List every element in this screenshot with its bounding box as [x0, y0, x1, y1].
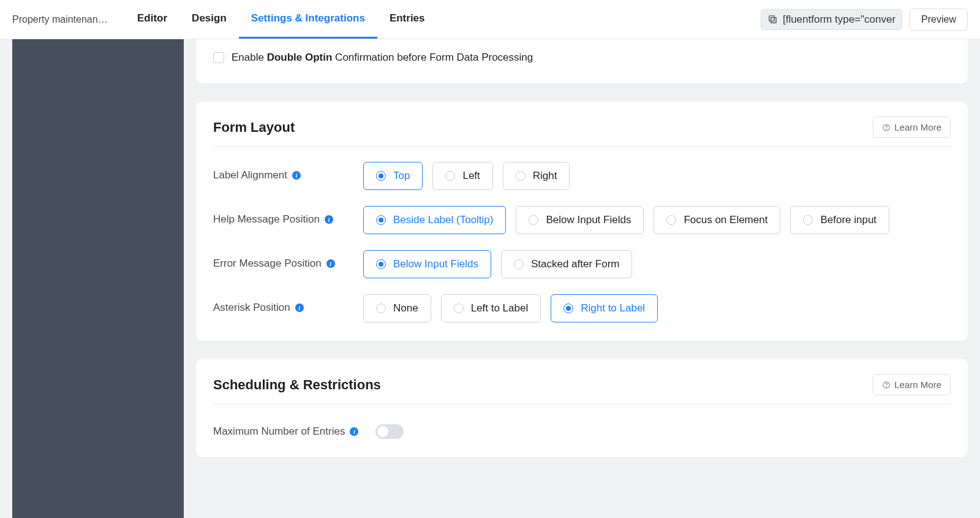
radio-option-label: Below Input Fields — [546, 214, 631, 226]
radio-option-label: None — [393, 302, 418, 314]
max-entries-toggle[interactable] — [375, 424, 404, 439]
body: Enable Double Optin Confirmation before … — [0, 39, 980, 518]
options-wrap: TopLeftRight — [363, 162, 951, 190]
scheduling-card: Scheduling & Restrictions Learn More Max… — [196, 359, 968, 457]
setting-label-text: Help Message Position — [213, 213, 320, 226]
radio-indicator-icon — [666, 215, 676, 225]
radio-option-label: Right to Label — [581, 302, 645, 314]
radio-indicator-icon — [454, 303, 464, 313]
tab-settings-integrations[interactable]: Settings & Integrations — [239, 0, 377, 39]
double-optin-row[interactable]: Enable Double Optin Confirmation before … — [213, 51, 951, 64]
radio-option[interactable]: Top — [363, 162, 423, 190]
radio-indicator-icon — [376, 171, 386, 181]
radio-option[interactable]: Right — [503, 162, 570, 190]
setting-label: Label Alignmenti — [213, 162, 363, 181]
radio-option[interactable]: Below Input Fields — [516, 206, 644, 234]
setting-label: Asterisk Positioni — [213, 294, 363, 314]
radio-option-label: Right — [533, 170, 557, 182]
radio-option-label: Before input — [820, 214, 876, 226]
form-layout-title: Form Layout — [213, 120, 295, 135]
radio-indicator-icon — [516, 171, 526, 181]
topbar: Property maintenan… Editor Design Settin… — [0, 0, 980, 39]
svg-rect-0 — [771, 18, 777, 23]
max-entries-row: Maximum Number of Entries i — [213, 419, 951, 439]
radio-option-label: Below Input Fields — [393, 258, 478, 270]
double-optin-label: Enable Double Optin Confirmation before … — [232, 51, 533, 64]
max-entries-label: Maximum Number of Entries i — [213, 425, 363, 438]
learn-more-label: Learn More — [894, 379, 941, 390]
setting-label-text: Asterisk Position — [213, 302, 290, 314]
radio-indicator-icon — [376, 215, 386, 225]
radio-option[interactable]: None — [363, 294, 431, 322]
tab-editor[interactable]: Editor — [125, 0, 179, 39]
options-wrap: NoneLeft to LabelRight to Label — [363, 294, 951, 322]
copy-icon — [767, 14, 778, 25]
setting-row: Error Message PositioniBelow Input Field… — [213, 250, 951, 278]
info-icon[interactable]: i — [326, 259, 335, 268]
scheduling-header: Scheduling & Restrictions Learn More — [213, 374, 951, 405]
svg-rect-1 — [769, 16, 775, 21]
double-optin-label-bold: Double Optin — [267, 51, 333, 63]
setting-label: Error Message Positioni — [213, 250, 363, 270]
radio-option[interactable]: Focus on Element — [654, 206, 780, 234]
form-title: Property maintenan… — [12, 14, 116, 25]
setting-label-text: Label Alignment — [213, 169, 287, 181]
help-icon — [882, 381, 891, 389]
setting-row: Help Message PositioniBeside Label (Tool… — [213, 206, 951, 234]
radio-indicator-icon — [529, 215, 538, 225]
radio-option-label: Left — [462, 170, 480, 182]
options-wrap: Beside Label (Tooltip)Below Input Fields… — [363, 206, 951, 234]
svg-point-5 — [886, 386, 887, 387]
radio-indicator-icon — [376, 303, 386, 313]
form-layout-card: Form Layout Learn More Label AlignmentiT… — [196, 102, 968, 341]
radio-option-label: Focus on Element — [684, 214, 767, 226]
radio-indicator-icon — [803, 215, 813, 225]
info-icon[interactable]: i — [295, 303, 304, 312]
preview-button[interactable]: Preview — [910, 9, 968, 31]
setting-label: Help Message Positioni — [213, 206, 363, 226]
help-icon — [882, 123, 891, 132]
radio-option-label: Top — [393, 170, 410, 182]
info-icon[interactable]: i — [350, 427, 358, 436]
info-icon[interactable]: i — [325, 215, 333, 224]
tabs: Editor Design Settings & Integrations En… — [125, 0, 437, 39]
radio-option-label: Beside Label (Tooltip) — [393, 214, 493, 226]
form-layout-learn-more-button[interactable]: Learn More — [873, 116, 951, 138]
sidebar — [12, 39, 184, 518]
setting-label-text: Error Message Position — [213, 257, 322, 270]
radio-indicator-icon — [514, 259, 524, 269]
form-layout-header: Form Layout Learn More — [213, 116, 951, 147]
radio-indicator-icon — [564, 303, 573, 313]
shortcode-text: [fluentform type="conver — [783, 13, 895, 26]
setting-row: Asterisk PositioniNoneLeft to LabelRight… — [213, 294, 951, 322]
shortcode-box[interactable]: [fluentform type="conver — [761, 9, 902, 30]
learn-more-label: Learn More — [894, 122, 941, 132]
tab-design[interactable]: Design — [179, 0, 239, 39]
radio-option[interactable]: Before input — [790, 206, 889, 234]
content: Enable Double Optin Confirmation before … — [184, 39, 980, 518]
radio-option[interactable]: Right to Label — [551, 294, 658, 322]
radio-option[interactable]: Below Input Fields — [363, 250, 491, 278]
double-optin-card: Enable Double Optin Confirmation before … — [196, 39, 968, 83]
radio-option[interactable]: Left — [432, 162, 492, 190]
scheduling-title: Scheduling & Restrictions — [213, 377, 381, 393]
radio-option-label: Stacked after Form — [531, 258, 620, 270]
tab-entries[interactable]: Entries — [377, 0, 437, 39]
radio-option-label: Left to Label — [471, 302, 529, 314]
topbar-right: [fluentform type="conver Preview — [761, 9, 968, 31]
radio-indicator-icon — [376, 259, 386, 269]
options-wrap: Below Input FieldsStacked after Form — [363, 250, 951, 278]
radio-indicator-icon — [445, 171, 455, 181]
radio-option[interactable]: Stacked after Form — [501, 250, 633, 278]
max-entries-label-text: Maximum Number of Entries — [213, 425, 345, 438]
info-icon[interactable]: i — [292, 171, 301, 180]
double-optin-label-suffix: Confirmation before Form Data Processing — [332, 51, 533, 63]
setting-row: Label AlignmentiTopLeftRight — [213, 162, 951, 190]
double-optin-checkbox[interactable] — [213, 52, 224, 63]
radio-option[interactable]: Left to Label — [441, 294, 541, 322]
scheduling-learn-more-button[interactable]: Learn More — [873, 374, 951, 395]
double-optin-label-prefix: Enable — [232, 51, 267, 63]
radio-option[interactable]: Beside Label (Tooltip) — [363, 206, 506, 234]
svg-point-3 — [886, 129, 887, 129]
